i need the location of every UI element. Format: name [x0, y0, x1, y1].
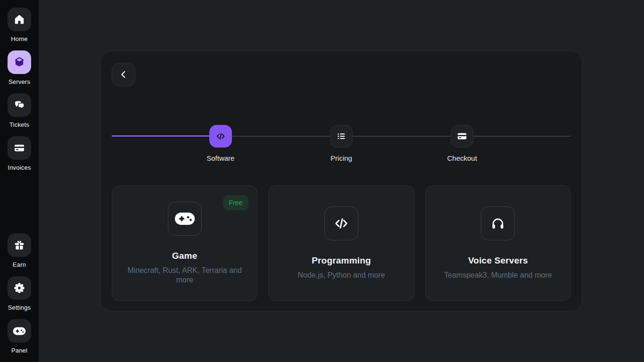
sidebar: Home Servers Tickets [0, 0, 39, 362]
home-button[interactable] [8, 8, 31, 31]
wizard-stepper: Software [112, 125, 571, 163]
category-subtitle: Node.js, Python and more [297, 271, 385, 280]
sidebar-item-label: Home [11, 35, 27, 42]
category-title: Voice Servers [468, 255, 528, 266]
sidebar-item-invoices[interactable]: Invoices [8, 136, 31, 171]
gift-icon [14, 239, 25, 251]
step-pricing[interactable]: Pricing [308, 125, 374, 162]
category-subtitle: Minecraft, Rust, ARK, Terraria and more [125, 266, 244, 285]
category-tile-voice-servers[interactable]: Voice Servers Teamspeak3, Mumble and mor… [425, 185, 571, 301]
category-icon-box [324, 206, 358, 240]
earn-button[interactable] [8, 233, 31, 257]
sidebar-item-label: Servers [8, 78, 30, 85]
category-title: Game [172, 251, 198, 261]
step-software-button[interactable] [209, 125, 232, 148]
credit-card-icon [457, 131, 467, 141]
step-checkout[interactable]: Checkout [429, 125, 495, 162]
category-subtitle: Teamspeak3, Mumble and more [444, 271, 552, 280]
step-label: Checkout [447, 154, 477, 162]
sidebar-item-home[interactable]: Home [8, 8, 31, 42]
sidebar-item-label: Earn [13, 261, 26, 268]
sidebar-item-label: Invoices [8, 164, 31, 171]
category-title: Programming [312, 255, 371, 266]
code-icon [215, 131, 226, 141]
sidebar-item-earn[interactable]: Earn [8, 233, 31, 268]
credit-card-icon [14, 142, 25, 154]
category-tile-programming[interactable]: Programming Node.js, Python and more [268, 185, 414, 301]
sidebar-item-servers[interactable]: Servers [8, 50, 31, 85]
server-order-wizard-card: Software [100, 51, 582, 311]
step-checkout-button[interactable] [451, 125, 473, 148]
category-icon-box [481, 206, 515, 240]
gamepad-icon [174, 212, 195, 225]
invoices-button[interactable] [8, 136, 31, 160]
home-icon [14, 14, 25, 25]
sidebar-item-settings[interactable]: Settings [8, 276, 31, 311]
gamepad-icon [13, 327, 26, 336]
free-badge: Free [223, 195, 249, 210]
gear-icon [13, 282, 25, 294]
panel-button[interactable] [8, 319, 31, 343]
sidebar-item-panel[interactable]: Panel [8, 319, 31, 354]
sidebar-item-label: Settings [8, 304, 31, 311]
sidebar-item-label: Tickets [9, 121, 29, 128]
category-tile-game[interactable]: Free Game [112, 185, 257, 301]
sidebar-item-label: Panel [11, 347, 27, 354]
sidebar-item-tickets[interactable]: Tickets [8, 93, 31, 128]
chat-icon [14, 99, 25, 111]
tickets-button[interactable] [8, 93, 31, 117]
step-pricing-button[interactable] [330, 125, 353, 148]
step-software[interactable]: Software [188, 125, 254, 162]
software-category-list: Free Game [112, 185, 571, 301]
main-area: Software [39, 0, 644, 362]
list-icon [336, 131, 347, 141]
chevron-left-icon [118, 69, 129, 80]
back-button[interactable] [112, 63, 135, 86]
servers-button[interactable] [8, 50, 31, 74]
cube-icon [13, 56, 25, 68]
settings-button[interactable] [8, 276, 31, 300]
code-icon [333, 215, 349, 231]
step-label: Software [206, 154, 234, 162]
category-icon-box [168, 202, 202, 236]
step-label: Pricing [330, 154, 352, 162]
headphones-icon [490, 216, 505, 231]
